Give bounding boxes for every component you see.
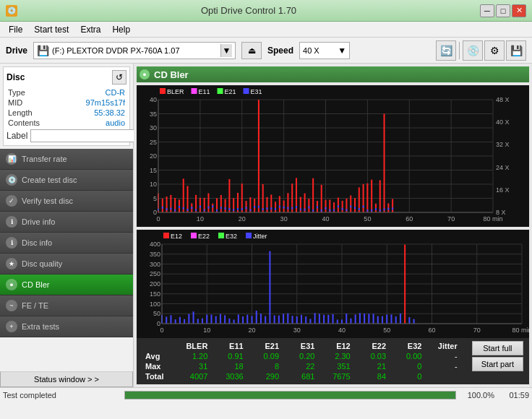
top-chart-canvas: [137, 85, 529, 227]
sidebar-item-drive-info[interactable]: ℹ Drive info: [0, 212, 133, 233]
stats-avg-e21: 0.09: [246, 351, 282, 361]
start-full-button[interactable]: Start full: [472, 341, 523, 355]
disc-info-icon: ℹ: [6, 237, 17, 249]
sidebar-item-create-test-disc[interactable]: 💿 Create test disc: [0, 170, 133, 191]
disc-mid-label: MID: [8, 98, 22, 107]
sidebar-item-fe-te-label: FE / TE: [22, 301, 48, 310]
title-text: Opti Drive Control 1.70: [17, 5, 480, 16]
separator: [459, 42, 460, 59]
sidebar-item-cd-bler-label: CD Bler: [22, 280, 50, 289]
stats-total-e11: 3036: [210, 371, 246, 381]
disc-panel: Disc ↺ Type CD-R MID 97m15s17f Length 55…: [3, 66, 130, 146]
menu-help[interactable]: Help: [106, 23, 136, 36]
verify-test-disc-icon: ✓: [6, 195, 17, 207]
save-button[interactable]: 💾: [506, 40, 526, 61]
progress-bar: [124, 391, 456, 399]
stats-total-row: Total 4007 3036 290 681 7675 84 0: [142, 371, 460, 381]
sidebar-item-extra-tests-label: Extra tests: [22, 322, 59, 331]
progress-bar-fill: [125, 392, 455, 399]
drive-info-icon: ℹ: [6, 216, 17, 228]
stats-col-e21: E21: [246, 341, 282, 351]
stats-col-e32: E32: [389, 341, 424, 351]
disc-button[interactable]: 💿: [463, 40, 483, 61]
disc-contents-row: Contents audio: [7, 118, 126, 128]
stats-avg-e22: 0.03: [353, 351, 389, 361]
stats-col-jitter: Jitter: [424, 341, 460, 351]
sidebar-item-extra-tests[interactable]: + Extra tests: [0, 316, 133, 337]
bottom-chart-canvas: [137, 230, 529, 338]
stats-total-jitter: [424, 371, 460, 381]
stats-max-e12: 351: [317, 361, 353, 371]
sidebar-item-transfer-rate[interactable]: 📊 Transfer rate: [0, 149, 133, 170]
stats-buttons: Start full Start part: [472, 341, 523, 381]
disc-label-label: Label: [7, 131, 27, 141]
stats-avg-e31: 0.20: [282, 351, 317, 361]
drive-bar: Drive 💾 (F:) PLEXTOR DVDR PX-760A 1.07 ▼…: [0, 38, 532, 64]
sidebar-item-disc-info[interactable]: ℹ Disc info: [0, 233, 133, 254]
status-text: Test completed: [3, 391, 119, 399]
stats-avg-bler: 1.20: [175, 351, 210, 361]
stats-max-e32: 0: [389, 361, 424, 371]
settings-button[interactable]: ⚙: [484, 40, 505, 61]
fe-te-icon: ~: [6, 300, 17, 311]
menu-bar: File Start test Extra Help: [0, 22, 532, 38]
sidebar-item-transfer-rate-label: Transfer rate: [22, 155, 67, 163]
stats-total-e32: 0: [389, 371, 424, 381]
sidebar-item-fe-te[interactable]: ~ FE / TE: [0, 295, 133, 316]
disc-mid-row: MID 97m15s17f: [7, 98, 126, 108]
progress-percentage: 100.0%: [462, 391, 494, 399]
start-part-button[interactable]: Start part: [472, 357, 523, 371]
status-window-button[interactable]: Status window > >: [0, 371, 133, 387]
sidebar-item-disc-quality[interactable]: ★ Disc quality: [0, 254, 133, 275]
sidebar-buttons: 📊 Transfer rate 💿 Create test disc ✓ Ver…: [0, 149, 133, 337]
speed-dropdown-arrow[interactable]: ▼: [338, 46, 346, 56]
stats-col-empty: [142, 341, 175, 351]
disc-mid-value: 97m15s17f: [86, 98, 125, 107]
title-bar-left: 💿: [6, 5, 17, 17]
eject-button[interactable]: ⏏: [241, 42, 262, 59]
stats-total-e12: 7675: [317, 371, 353, 381]
drive-label: Drive: [6, 46, 27, 56]
sidebar-item-cd-bler[interactable]: ● CD Bler: [0, 275, 133, 295]
window-controls: ─ □ ✕: [480, 4, 526, 17]
drive-select[interactable]: 💾 (F:) PLEXTOR DVDR PX-760A 1.07 ▼: [33, 42, 236, 59]
stats-avg-e11: 0.91: [210, 351, 246, 361]
speed-select[interactable]: 40 X ▼: [299, 42, 350, 59]
minimize-button[interactable]: ─: [480, 4, 494, 17]
stats-avg-label: Avg: [142, 351, 175, 361]
disc-type-label: Type: [8, 88, 25, 97]
disc-quality-icon: ★: [6, 258, 17, 269]
title-bar: 💿 Opti Drive Control 1.70 ─ □ ✕: [0, 0, 532, 22]
create-test-disc-icon: 💿: [6, 174, 17, 186]
stats-col-e12: E12: [317, 341, 353, 351]
disc-length-row: Length 55:38.32: [7, 108, 126, 118]
stats-col-e31: E31: [282, 341, 317, 351]
drive-name: (F:) PLEXTOR DVDR PX-760A 1.07: [52, 46, 220, 55]
disc-refresh-button[interactable]: ↺: [112, 70, 126, 85]
speed-value: 40 X: [303, 46, 338, 55]
refresh-button[interactable]: 🔄: [436, 40, 456, 61]
stats-avg-e12: 2.30: [317, 351, 353, 361]
stats-data: BLER E11 E21 E31 E12 E22 E32 Jitter Avg: [142, 341, 460, 381]
main-area: Disc ↺ Type CD-R MID 97m15s17f Length 55…: [0, 64, 532, 387]
stats-avg-row: Avg 1.20 0.91 0.09 0.20 2.30 0.03 0.00 -: [142, 351, 460, 361]
stats-max-e31: 22: [282, 361, 317, 371]
chart-title-bar: ● CD Bler: [137, 66, 529, 82]
sidebar-item-create-test-disc-label: Create test disc: [22, 176, 77, 184]
drive-dropdown-arrow[interactable]: ▼: [220, 44, 232, 57]
disc-title: Disc: [7, 72, 25, 82]
disc-type-value: CD-R: [106, 88, 126, 97]
stats-col-bler: BLER: [175, 341, 210, 351]
disc-label-input[interactable]: [30, 129, 134, 142]
disc-length-label: Length: [8, 108, 33, 117]
close-button[interactable]: ✕: [512, 4, 526, 17]
maximize-button[interactable]: □: [496, 4, 510, 17]
menu-file[interactable]: File: [3, 23, 28, 36]
menu-extra[interactable]: Extra: [74, 23, 106, 36]
bottom-chart: [137, 230, 529, 338]
sidebar-item-verify-test-disc-label: Verify test disc: [22, 196, 73, 205]
sidebar-item-verify-test-disc[interactable]: ✓ Verify test disc: [0, 191, 133, 212]
menu-start-test[interactable]: Start test: [28, 23, 74, 36]
stats-total-e21: 290: [246, 371, 282, 381]
stats-total-e22: 84: [353, 371, 389, 381]
